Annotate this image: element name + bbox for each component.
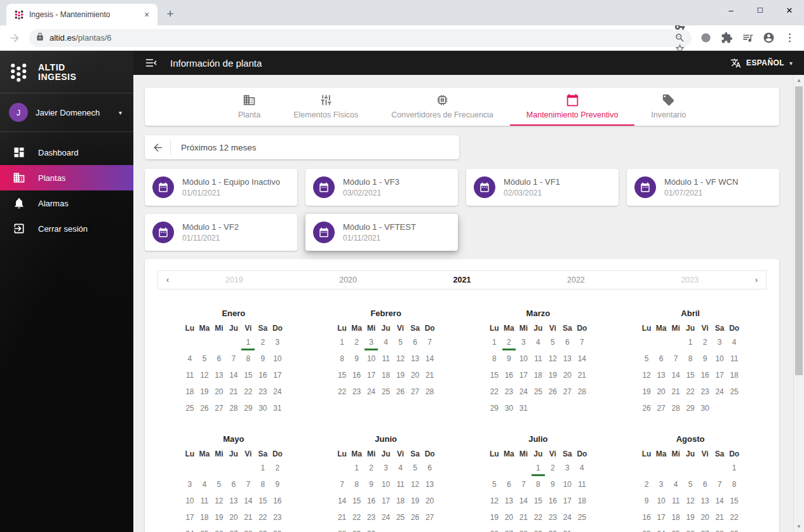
forward-button[interactable]: [6, 29, 23, 47]
calendar-day-number: 27: [423, 513, 436, 526]
calendar-day: 21: [575, 371, 589, 387]
calendar-day-number: 24: [561, 513, 574, 526]
calendar-day: 30: [255, 404, 270, 420]
calendar-day-number: 22: [256, 513, 269, 526]
scroll-up-icon[interactable]: ▲: [794, 75, 804, 86]
maintenance-card[interactable]: Módulo 1 - VF WCN 01/07/2021: [627, 169, 779, 206]
calendar-day: 16: [698, 371, 713, 387]
calendar-day: 19: [683, 513, 698, 529]
kebab-menu-icon: [784, 32, 796, 44]
sidebar-item-alarmas[interactable]: Alarmas: [0, 190, 133, 216]
calendar-day: 7: [422, 338, 437, 354]
calendar-day-number: 3: [655, 480, 668, 493]
calendar-day: 20: [408, 371, 422, 387]
calendar-day: 10: [364, 354, 379, 371]
calendar-day: 29: [531, 529, 546, 532]
maintenance-card[interactable]: Módulo 1 - VFTEST 01/11/2021: [305, 214, 458, 251]
calendar-day: 23: [255, 387, 270, 404]
maintenance-card[interactable]: Módulo 1 - Equipo Inactivo 01/01/2021: [145, 169, 297, 206]
day-header: Ma: [349, 324, 364, 338]
calendar-day: 18: [393, 496, 408, 513]
tab-elementos-fisicos[interactable]: Elementos Físicos: [277, 88, 375, 126]
calendar-day-number: 1: [488, 338, 501, 350]
year-option-2023[interactable]: 2023: [633, 276, 747, 284]
calendar-day-number: 23: [640, 529, 653, 532]
year-option-2021[interactable]: 2021: [405, 276, 519, 284]
calendar-day-number: 18: [394, 496, 407, 509]
chevron-down-icon: ▾: [119, 109, 122, 116]
calendar-day: 14: [575, 354, 589, 371]
window-controls: – ☐ ✕: [716, 0, 804, 20]
menu-collapse-icon[interactable]: [145, 57, 157, 69]
calendar-day: 23: [546, 513, 560, 529]
scroll-down-icon[interactable]: ▼: [794, 521, 804, 532]
day-header: Ju: [531, 324, 546, 338]
puzzle-icon[interactable]: [721, 32, 733, 44]
calendar-day-number: 25: [379, 387, 392, 400]
extension-circle-icon[interactable]: [700, 32, 712, 44]
calendar-day-number: 16: [699, 371, 712, 383]
calendar-day: 23: [349, 387, 364, 404]
minimize-button[interactable]: –: [716, 0, 746, 20]
day-header: Ju: [683, 324, 698, 338]
calendar-circle-icon: [152, 222, 174, 243]
calendar-day-number: 20: [502, 513, 516, 526]
month-abril: Abril LuMaMiJuViSaDo12345678910111213141…: [614, 309, 767, 420]
year-option-2019[interactable]: 2019: [177, 276, 291, 284]
tab-planta[interactable]: Planta: [222, 88, 277, 126]
calendar-icon: [566, 93, 579, 107]
sidebar-item-cerrar-sesion[interactable]: Cerrar sesión: [0, 216, 133, 241]
url-text[interactable]: altid.es/plantas/6: [50, 33, 666, 43]
tab-inventario[interactable]: Inventario: [634, 88, 702, 126]
maintenance-card-title: Módulo 1 - VF2: [182, 222, 239, 232]
back-button[interactable]: [145, 142, 170, 154]
calendar-day-number: 3: [713, 338, 727, 350]
kebab-menu-icon[interactable]: [784, 32, 796, 44]
calendar-day: 18: [197, 513, 211, 529]
calendar-day: 14: [226, 371, 241, 387]
calendar-day-number: 28: [423, 387, 436, 400]
prev-year-button[interactable]: ‹: [158, 276, 177, 284]
calendar-day: 25: [393, 513, 408, 529]
calendar-day: 5: [546, 338, 560, 354]
calendar-day-empty: [669, 463, 683, 480]
month-title: Febrero: [370, 309, 401, 318]
calendar-day-number: 14: [227, 371, 240, 383]
calendar-day: 25: [669, 529, 683, 532]
url-bar[interactable]: altid.es/plantas/6: [29, 29, 692, 47]
maintenance-card[interactable]: Módulo 1 - VF2 01/11/2021: [145, 214, 297, 251]
maximize-button[interactable]: ☐: [746, 0, 775, 20]
close-window-button[interactable]: ✕: [775, 0, 804, 20]
maintenance-card[interactable]: Módulo 1 - VF3 03/02/2021: [305, 169, 458, 206]
year-option-2020[interactable]: 2020: [291, 276, 405, 284]
calendar-day: 3: [654, 480, 669, 496]
calendar-day: 9: [255, 354, 270, 371]
calendar-day-empty: [197, 338, 211, 354]
profile-avatar-icon[interactable]: [763, 32, 775, 44]
scrollbar-thumb[interactable]: [795, 86, 803, 375]
sidebar-item-label: Plantas: [38, 173, 65, 183]
media-queue-icon[interactable]: [742, 32, 754, 44]
sidebar-item-plantas[interactable]: Plantas: [0, 165, 133, 190]
next-year-button[interactable]: ›: [747, 276, 766, 284]
calendar-day-number: 1: [728, 463, 741, 476]
browser-tab[interactable]: Ingesis - Mantenimiento ×: [6, 4, 157, 25]
tab-convertidores-de-frecuencia[interactable]: Convertidores de Frecuencia: [375, 88, 510, 126]
sidebar-item-dashboard[interactable]: Dashboard: [0, 140, 133, 165]
calendar-circle-icon: [318, 227, 330, 238]
year-option-2022[interactable]: 2022: [519, 276, 633, 284]
building-icon: [243, 93, 256, 107]
tab-close-icon[interactable]: ×: [141, 9, 152, 20]
maintenance-card[interactable]: Módulo 1 - VF1 02/03/2021: [466, 169, 619, 206]
user-menu[interactable]: J Javier Domenech ▾: [0, 93, 133, 132]
day-header: Sa: [255, 324, 270, 338]
zoom-out-icon[interactable]: [674, 32, 685, 43]
calendar-day-number: 26: [394, 387, 407, 400]
calendar-day: 2: [255, 338, 270, 354]
calendar-day: 1: [335, 338, 349, 354]
tab-mantenimiento-preventivo[interactable]: Mantenimiento Preventivo: [510, 88, 635, 126]
new-tab-button[interactable]: +: [161, 5, 179, 23]
language-selector[interactable]: ESPAÑOL ▾: [730, 58, 793, 69]
calendar-day-number: 28: [241, 529, 255, 532]
vertical-scrollbar[interactable]: ▲ ▼: [793, 75, 804, 532]
